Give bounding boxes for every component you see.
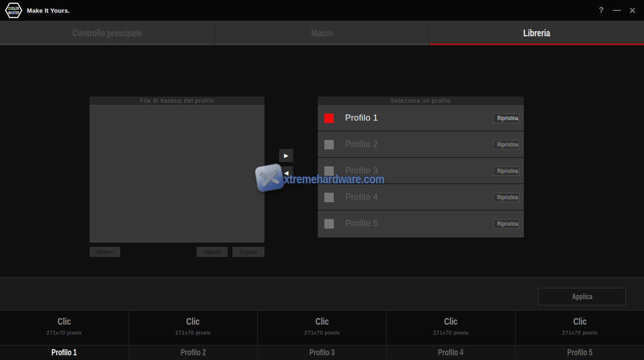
assignment-cell-4[interactable]: Clic 271x70 pixels bbox=[386, 311, 515, 345]
profile-name: Profilo 3 bbox=[345, 166, 378, 176]
profile-select-checkbox[interactable] bbox=[324, 193, 334, 202]
cooler-master-app-window: COOLER MASTER Make It Yours. ? — ✕ Contr… bbox=[0, 0, 644, 360]
profile-name: Profilo 2 bbox=[345, 139, 378, 149]
profile-row-5[interactable]: Profilo 5 Ripristina bbox=[318, 211, 524, 237]
minimize-icon[interactable]: — bbox=[609, 0, 625, 21]
button-assignment-bar: Clic 271x70 pixels Clic 271x70 pixels Cl… bbox=[0, 310, 644, 345]
backup-file-list bbox=[90, 105, 264, 243]
svg-text:COOLER: COOLER bbox=[8, 7, 19, 11]
tab-macro[interactable]: Macro bbox=[215, 21, 429, 45]
arrow-right-icon: ▶ bbox=[284, 152, 288, 159]
profile-row-2[interactable]: Profilo 2 Ripristina bbox=[318, 131, 524, 158]
restore-button[interactable]: Ripristina bbox=[493, 166, 520, 176]
assignment-cell-1[interactable]: Clic 271x70 pixels bbox=[0, 311, 128, 345]
profile-row-1[interactable]: Profilo 1 Ripristina bbox=[318, 105, 524, 131]
tab-label: Macro bbox=[311, 27, 333, 39]
profile-select-checkbox[interactable] bbox=[324, 166, 334, 176]
titlebar: COOLER MASTER Make It Yours. ? — ✕ bbox=[0, 0, 644, 21]
size-label: 271x70 pixels bbox=[516, 330, 644, 335]
window-controls: ? — ✕ bbox=[594, 0, 644, 21]
assignment-cell-5[interactable]: Clic 271x70 pixels bbox=[515, 311, 644, 345]
restore-button[interactable]: Ripristina bbox=[493, 193, 520, 202]
profile-tab-5[interactable]: Profilo 5 bbox=[515, 345, 644, 360]
profile-list: Profilo 1 Ripristina Profilo 2 Ripristin… bbox=[318, 105, 524, 237]
close-icon[interactable]: ✕ bbox=[625, 0, 640, 21]
restore-button[interactable]: Ripristina bbox=[493, 140, 520, 149]
size-label: 271x70 pixels bbox=[0, 330, 128, 335]
cooler-master-logo-icon: COOLER MASTER bbox=[5, 1, 23, 19]
brand-tagline: Make It Yours. bbox=[27, 7, 70, 14]
profile-tab-bar: Profilo 1 Profilo 2 Profilo 3 Profilo 4 … bbox=[0, 345, 644, 360]
tab-controllo-principale[interactable]: Controllo principale bbox=[0, 21, 215, 45]
apply-strip: Applica bbox=[0, 277, 644, 310]
delete-button[interactable]: Elimina bbox=[90, 247, 120, 257]
svg-text:MASTER: MASTER bbox=[8, 11, 19, 15]
move-left-button[interactable]: ◀ bbox=[279, 166, 293, 180]
profile-name: Profilo 5 bbox=[345, 219, 378, 229]
size-label: 271x70 pixels bbox=[387, 330, 515, 335]
profile-row-3[interactable]: Profilo 3 Ripristina bbox=[318, 158, 524, 184]
assignment-cell-2[interactable]: Clic 271x70 pixels bbox=[128, 311, 257, 345]
profile-tab-4[interactable]: Profilo 4 bbox=[386, 345, 515, 360]
profile-select-checkbox[interactable] bbox=[324, 219, 334, 229]
profile-tab-3[interactable]: Profilo 3 bbox=[257, 345, 386, 360]
arrow-left-icon: ◀ bbox=[284, 170, 288, 176]
tab-libreria[interactable]: Libreria bbox=[429, 21, 644, 45]
profile-name: Profilo 4 bbox=[345, 192, 378, 202]
profile-tab-1[interactable]: Profilo 1 bbox=[0, 345, 128, 360]
tab-label: Libreria bbox=[523, 27, 550, 39]
main-tab-bar: Controllo principale Macro Libreria bbox=[0, 21, 644, 45]
profile-tab-2[interactable]: Profilo 2 bbox=[128, 345, 257, 360]
size-label: 271x70 pixels bbox=[129, 330, 257, 335]
export-button[interactable]: Esporta bbox=[232, 247, 264, 257]
restore-button[interactable]: Ripristina bbox=[493, 219, 520, 229]
assignment-cell-3[interactable]: Clic 271x70 pixels bbox=[257, 311, 386, 345]
profile-select-checkbox[interactable] bbox=[324, 140, 334, 149]
move-right-button[interactable]: ▶ bbox=[279, 149, 293, 162]
import-button[interactable]: Imposta bbox=[197, 247, 228, 257]
profile-name: Profilo 1 bbox=[345, 113, 378, 123]
backup-panel-title: File di backup del profilo bbox=[90, 97, 264, 105]
library-content: File di backup del profilo Elimina Impos… bbox=[0, 45, 644, 277]
apply-button[interactable]: Applica bbox=[538, 288, 626, 305]
profile-row-4[interactable]: Profilo 4 Ripristina bbox=[318, 184, 524, 211]
restore-button[interactable]: Ripristina bbox=[493, 114, 520, 123]
help-icon[interactable]: ? bbox=[594, 0, 609, 21]
profile-select-checkbox[interactable] bbox=[324, 114, 334, 123]
profile-panel-title: Seleziona un profilo bbox=[318, 97, 524, 105]
tab-label: Controllo principale bbox=[73, 27, 142, 39]
size-label: 271x70 pixels bbox=[258, 330, 386, 335]
